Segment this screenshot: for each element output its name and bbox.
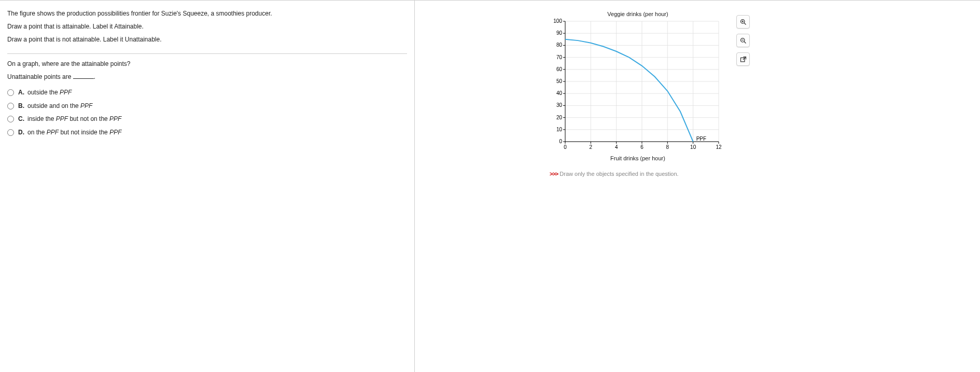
svg-text:10: 10 xyxy=(690,144,696,150)
option-d-text: on the PPF but not inside the PPF xyxy=(27,127,121,139)
option-c-radio[interactable] xyxy=(7,116,14,122)
svg-text:0: 0 xyxy=(559,139,562,144)
zoom-in-button[interactable] xyxy=(736,15,750,29)
q2-post: . xyxy=(94,73,95,80)
intro-line-2: Draw a point that is attainable. Label i… xyxy=(7,22,407,32)
q2-pre: Unattainable points are xyxy=(7,73,73,80)
option-b[interactable]: B. outside and on the PPF xyxy=(7,100,407,113)
svg-text:PPF: PPF xyxy=(696,136,706,142)
instruction-text: Draw only the objects specified in the q… xyxy=(558,171,678,177)
option-c[interactable]: C. inside the PPF but not on the PPF xyxy=(7,113,407,126)
option-a[interactable]: A. outside the PPF xyxy=(7,86,407,100)
svg-text:30: 30 xyxy=(556,102,563,108)
chart-y-title: Veggie drinks (per hour) xyxy=(550,11,726,17)
option-a-radio[interactable] xyxy=(7,89,14,96)
svg-text:12: 12 xyxy=(716,144,722,150)
tool-column xyxy=(736,15,750,66)
option-d-letter: D. xyxy=(18,127,24,139)
popout-button[interactable] xyxy=(736,52,750,66)
svg-text:6: 6 xyxy=(640,144,643,150)
svg-text:40: 40 xyxy=(556,90,563,96)
zoom-in-icon xyxy=(739,18,747,26)
option-a-text: outside the PPF xyxy=(27,87,72,99)
intro-line-3: Draw a point that is not attainable. Lab… xyxy=(7,35,407,45)
ppf-chart[interactable]: 0246810120102030405060708090100PPF xyxy=(550,18,726,153)
svg-text:50: 50 xyxy=(556,78,563,84)
svg-text:90: 90 xyxy=(556,30,563,36)
option-b-letter: B. xyxy=(18,101,24,112)
main-container: The figure shows the production possibil… xyxy=(0,0,980,372)
svg-text:0: 0 xyxy=(564,144,567,150)
svg-line-58 xyxy=(744,23,746,24)
option-d[interactable]: D. on the PPF but not inside the PPF xyxy=(7,126,407,140)
intro-block: The figure shows the production possibil… xyxy=(7,9,407,54)
svg-line-62 xyxy=(744,42,746,43)
option-b-text: outside and on the PPF xyxy=(27,101,92,112)
instruction-chevrons: >>> xyxy=(550,171,558,177)
svg-text:4: 4 xyxy=(615,144,618,150)
options-group: A. outside the PPF B. outside and on the… xyxy=(7,86,407,139)
question-panel: The figure shows the production possibil… xyxy=(0,1,415,372)
chart-container: Veggie drinks (per hour) 024681012010203… xyxy=(550,11,726,177)
svg-text:10: 10 xyxy=(556,127,563,132)
option-b-radio[interactable] xyxy=(7,103,14,109)
svg-text:8: 8 xyxy=(666,144,669,150)
svg-text:2: 2 xyxy=(590,144,593,150)
graph-panel: Veggie drinks (per hour) 024681012010203… xyxy=(415,1,980,372)
svg-text:60: 60 xyxy=(556,66,563,72)
svg-text:20: 20 xyxy=(556,115,563,120)
svg-text:80: 80 xyxy=(556,42,563,48)
fill-blank xyxy=(73,78,94,79)
option-c-letter: C. xyxy=(18,114,24,125)
popout-icon xyxy=(739,56,747,63)
zoom-out-icon xyxy=(739,37,747,45)
chart-x-label: Fruit drinks (per hour) xyxy=(550,155,726,161)
zoom-out-button[interactable] xyxy=(736,34,750,47)
option-a-letter: A. xyxy=(18,87,24,99)
option-d-radio[interactable] xyxy=(7,129,14,136)
question-line-1: On a graph, where are the attainable poi… xyxy=(7,59,407,69)
option-c-text: inside the PPF but not on the PPF xyxy=(27,114,121,125)
svg-text:70: 70 xyxy=(556,54,563,60)
intro-line-1: The figure shows the production possibil… xyxy=(7,9,407,19)
svg-text:100: 100 xyxy=(553,18,562,24)
draw-instruction: >>> Draw only the objects specified in t… xyxy=(550,171,726,177)
question-line-2: Unattainable points are . xyxy=(7,72,407,82)
